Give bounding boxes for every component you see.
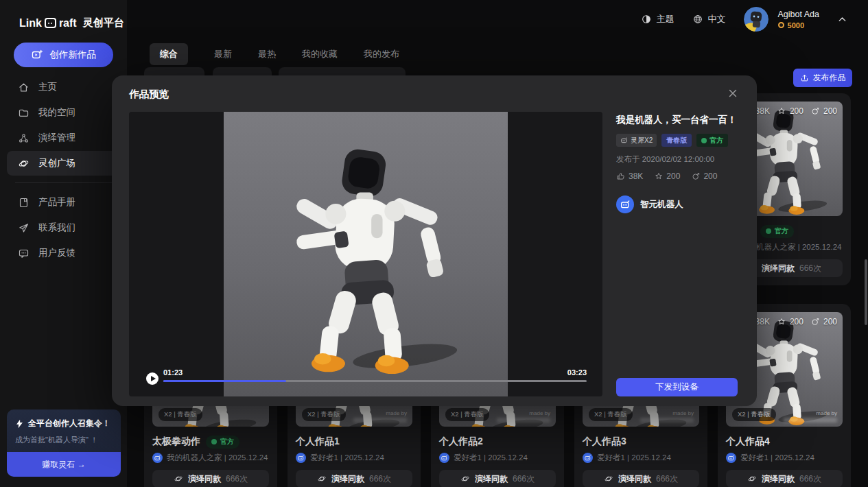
card-author: 爱好者1 | 2025.12.24 xyxy=(726,453,843,463)
coin-balance: 5000 xyxy=(788,21,804,29)
remix-button[interactable]: 演绎同款 666次 xyxy=(583,470,699,487)
thumbs-up-icon xyxy=(616,171,626,181)
close-button[interactable] xyxy=(727,87,739,99)
sort-tabs: 综合 最新 最热 我的收藏 我的发布 xyxy=(150,43,399,65)
star-icon xyxy=(654,171,664,181)
share-icon xyxy=(691,171,701,181)
author-avatar xyxy=(296,453,306,463)
model-edition-badge: X2 | 青春版 xyxy=(445,408,489,421)
model-edition-badge: X2 | 青春版 xyxy=(159,408,202,421)
folder-icon xyxy=(18,107,30,119)
brand-logo-text-post: raft xyxy=(59,17,77,29)
remix-button[interactable]: 演绎同款 666次 xyxy=(152,470,269,487)
creator-call-subtitle: 成为首批"机器人导演" ！ xyxy=(15,435,113,445)
earn-lingshi-button[interactable]: 赚取灵石 → xyxy=(7,452,121,477)
sidebar-item-contact-us[interactable]: 联系我们 xyxy=(7,215,120,240)
theme-toggle[interactable]: 主题 xyxy=(641,13,675,25)
remix-button[interactable]: 演绎同款 666次 xyxy=(296,470,412,487)
made-by-watermark: made by xyxy=(784,410,837,423)
paper-plane-icon xyxy=(18,222,30,234)
like-count: 38K xyxy=(755,317,770,326)
remix-button[interactable]: 演绎同款 666次 xyxy=(726,470,843,487)
model-edition-badge: X2 | 青春版 xyxy=(732,408,776,421)
play-button[interactable] xyxy=(146,372,159,385)
publish-date: 发布于 2020/02/02 12:00:00 xyxy=(616,154,740,165)
sidebar-item-my-space[interactable]: 我的空间 xyxy=(7,100,120,125)
card-title: 个人作品3 xyxy=(583,436,626,448)
sidebar-item-user-feedback[interactable]: 用户反馈 xyxy=(7,241,120,265)
sidebar-item-creation-plaza[interactable]: 灵创广场 xyxy=(7,151,120,176)
star-count: 200 xyxy=(790,106,804,116)
card-title: 个人作品1 xyxy=(296,436,340,448)
bot-face-icon xyxy=(297,454,305,462)
sidebar: Linkraft 灵创平台 创作新作品 主页 我的空间 演绎管理 灵创广场 xyxy=(0,0,127,487)
publisher-row[interactable]: 智元机器人 xyxy=(616,195,740,213)
language-selector[interactable]: 中文 xyxy=(692,13,726,25)
user-avatar[interactable] xyxy=(744,7,769,32)
tab-hottest[interactable]: 最热 xyxy=(258,48,276,60)
star-icon xyxy=(777,106,786,116)
robot-face-logo-icon xyxy=(45,18,56,28)
share-stat[interactable]: 200 xyxy=(691,171,717,181)
card-title: 个人作品4 xyxy=(726,436,770,448)
work-stats: 38K 200 200 xyxy=(616,171,740,181)
like-count: 38K xyxy=(755,106,770,116)
publisher-name: 智元机器人 xyxy=(640,199,683,211)
star-stat[interactable]: 200 xyxy=(654,171,680,181)
modal-title: 作品预览 xyxy=(129,88,169,101)
bot-face-icon xyxy=(584,454,591,462)
card-title: 个人作品2 xyxy=(439,436,483,448)
vertical-scrollbar-thumb[interactable] xyxy=(865,259,867,325)
planet-icon xyxy=(460,474,470,484)
tab-newest[interactable]: 最新 xyxy=(214,48,232,60)
bot-face-icon xyxy=(441,454,448,462)
tab-my-publications[interactable]: 我的发布 xyxy=(364,48,399,60)
watermark-blur xyxy=(784,418,837,423)
deploy-to-device-button[interactable]: 下发到设备 xyxy=(616,378,738,396)
model-edition-badge: X2 | 青春版 xyxy=(302,408,346,421)
tag-row: 灵犀X2 青春版 官方 xyxy=(616,134,740,147)
share-icon xyxy=(810,106,820,116)
tab-comprehensive[interactable]: 综合 xyxy=(150,43,188,65)
watermark-blur xyxy=(640,418,694,423)
card-title: 太极拳动作 xyxy=(152,436,200,448)
share-count: 200 xyxy=(823,106,837,116)
author-avatar xyxy=(439,453,449,463)
brand-logo: Linkraft 灵创平台 xyxy=(0,0,127,29)
tab-my-favorites[interactable]: 我的收藏 xyxy=(302,48,338,60)
like-stat[interactable]: 38K xyxy=(616,171,643,181)
progress-bar[interactable] xyxy=(163,380,587,382)
model-edition-badge: X2 | 青春版 xyxy=(589,408,633,421)
video-player[interactable]: 01:23 03:23 xyxy=(129,112,602,396)
work-info-panel: 我是机器人，买一台省一百！ 灵犀X2 青春版 官方 发布于 2020/02/02… xyxy=(616,112,740,213)
publisher-avatar xyxy=(616,195,634,213)
check-dot-icon xyxy=(701,138,707,143)
sidebar-item-product-manual[interactable]: 产品手册 xyxy=(7,190,120,215)
official-badge: 官方 xyxy=(760,225,794,238)
bot-face-icon xyxy=(620,199,631,210)
user-info[interactable]: Agibot Ada 5000 xyxy=(778,10,819,29)
star-count: 200 xyxy=(790,317,804,326)
bot-face-icon xyxy=(154,454,161,462)
share-icon xyxy=(810,317,820,326)
coin-icon xyxy=(778,22,784,28)
publish-work-button[interactable]: 发布作品 xyxy=(793,69,852,87)
sidebar-item-home[interactable]: 主页 xyxy=(7,75,120,99)
current-time: 01:23 xyxy=(163,368,183,377)
bot-face-icon xyxy=(727,454,735,462)
chevron-up-icon[interactable] xyxy=(837,14,847,25)
sidebar-divider xyxy=(15,182,112,183)
top-bar: 主题 中文 Agibot Ada 5000 xyxy=(127,0,868,38)
planet-icon xyxy=(317,474,327,484)
planet-icon xyxy=(604,474,613,484)
author-avatar xyxy=(726,453,736,463)
card-author: 爱好者1 | 2025.12.24 xyxy=(583,453,699,463)
share-count: 200 xyxy=(703,171,717,181)
made-by-watermark: made by xyxy=(497,410,550,423)
username: Agibot Ada xyxy=(778,10,819,19)
lightning-bolt-icon xyxy=(15,419,24,429)
create-work-button[interactable]: 创作新作品 xyxy=(14,43,113,67)
remix-button[interactable]: 演绎同款 666次 xyxy=(439,470,556,487)
sidebar-nav: 主页 我的空间 演绎管理 灵创广场 产品手册 联系我们 xyxy=(0,74,127,266)
sidebar-item-performance-management[interactable]: 演绎管理 xyxy=(7,126,120,150)
